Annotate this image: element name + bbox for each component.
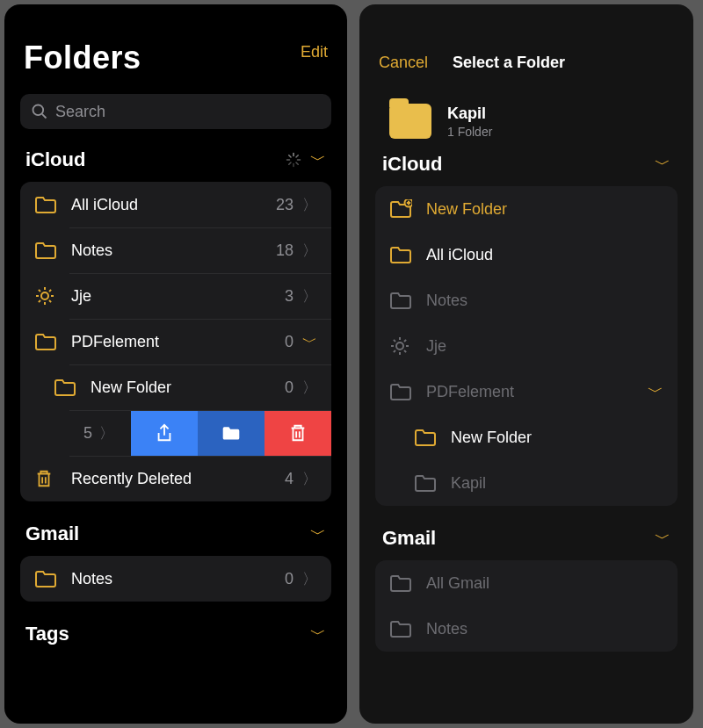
- dest-pdfelement[interactable]: PDFelement ﹀: [375, 369, 678, 414]
- chevron-right-icon: 〉: [302, 195, 317, 215]
- delete-button[interactable]: [265, 410, 331, 456]
- section-header-icloud[interactable]: iCloud ﹀: [359, 153, 693, 186]
- icloud-destination-list: New Folder All iCloud Notes Jje PDFeleme…: [375, 186, 678, 506]
- svg-line-8: [289, 162, 291, 164]
- modal-title: Select a Folder: [453, 54, 565, 72]
- gmail-folder-list: Notes 0 〉: [20, 556, 331, 602]
- gear-icon: [389, 335, 416, 357]
- chevron-right-icon: 〉: [302, 469, 317, 489]
- dest-all-icloud[interactable]: All iCloud: [375, 232, 678, 278]
- chevron-right-icon: 〉: [302, 378, 317, 398]
- move-button[interactable]: [198, 410, 265, 456]
- section-header-tags[interactable]: Tags ﹀: [4, 623, 347, 656]
- new-folder-button[interactable]: New Folder: [375, 186, 678, 232]
- search-placeholder: Search: [55, 103, 105, 121]
- folder-row-jje[interactable]: Jje 3 〉: [20, 273, 331, 319]
- chevron-down-icon: ﹀: [655, 528, 670, 549]
- folder-icon: [389, 573, 416, 593]
- folder-icon: [34, 241, 61, 260]
- folder-icon: [389, 104, 431, 139]
- gear-icon: [34, 285, 61, 306]
- chevron-down-icon: ﹀: [655, 154, 670, 175]
- share-button[interactable]: [131, 410, 198, 456]
- section-header-gmail[interactable]: Gmail ﹀: [4, 523, 347, 556]
- subject-subtitle: 1 Folder: [447, 125, 492, 139]
- folder-row-swiped[interactable]: 5 〉: [20, 410, 331, 456]
- gmail-destination-list: All Gmail Notes: [375, 560, 678, 652]
- folder-row-notes[interactable]: Notes 18 〉: [20, 227, 331, 273]
- swipe-actions: [131, 410, 331, 456]
- folder-row-recently-deleted[interactable]: Recently Deleted 4 〉: [20, 456, 331, 501]
- folders-pane: Edit Folders Search iCloud ﹀ All iCloud …: [4, 4, 347, 724]
- folder-icon: [34, 195, 61, 214]
- dest-new-folder[interactable]: New Folder: [375, 414, 678, 460]
- cancel-button[interactable]: Cancel: [379, 54, 428, 72]
- chevron-down-icon: ﹀: [302, 332, 317, 352]
- edit-button[interactable]: Edit: [301, 43, 328, 61]
- section-header-icloud[interactable]: iCloud ﹀: [4, 148, 347, 182]
- folder-icon: [414, 473, 440, 493]
- folder-icon: [389, 245, 416, 264]
- svg-line-9: [296, 155, 298, 157]
- folder-icon: [389, 291, 416, 310]
- subject-name: Kapil: [447, 105, 492, 123]
- folder-icon: [414, 428, 440, 447]
- icloud-folder-list: All iCloud 23 〉 Notes 18 〉 Jje 3 〉 PDFel…: [20, 182, 331, 501]
- page-title: Folders: [24, 40, 330, 76]
- chevron-right-icon: 〉: [302, 241, 317, 261]
- svg-line-7: [296, 162, 298, 164]
- dest-all-gmail: All Gmail: [375, 560, 678, 606]
- dest-gmail-notes: Notes: [375, 606, 678, 652]
- dest-jje: Jje: [375, 323, 678, 369]
- chevron-right-icon: 〉: [302, 286, 317, 306]
- chevron-right-icon: 〉: [302, 569, 317, 589]
- selected-folder-summary: Kapil 1 Folder: [359, 91, 693, 153]
- chevron-down-icon: ﹀: [648, 381, 663, 402]
- section-header-gmail[interactable]: Gmail ﹀: [359, 527, 693, 560]
- folder-icon: [34, 332, 61, 351]
- folder-row-all-icloud[interactable]: All iCloud 23 〉: [20, 182, 331, 227]
- search-icon: [31, 103, 48, 120]
- select-folder-pane: Cancel Select a Folder Kapil 1 Folder iC…: [359, 4, 693, 724]
- search-input[interactable]: Search: [20, 94, 331, 129]
- sync-spinner-icon: [286, 152, 301, 168]
- chevron-down-icon: ﹀: [310, 523, 326, 544]
- folder-row-pdfelement[interactable]: PDFelement 0 ﹀: [20, 319, 331, 364]
- folder-icon: [34, 569, 61, 588]
- chevron-right-icon: 〉: [99, 423, 114, 443]
- chevron-down-icon: ﹀: [310, 623, 326, 645]
- folder-icon: [54, 378, 80, 397]
- svg-line-6: [289, 155, 291, 157]
- folder-icon: [389, 619, 416, 638]
- trash-icon: [34, 468, 61, 489]
- folder-row-new-folder[interactable]: New Folder 0 〉: [20, 364, 331, 410]
- folder-icon: [389, 382, 416, 401]
- chevron-down-icon: ﹀: [310, 149, 326, 170]
- folder-row-gmail-notes[interactable]: Notes 0 〉: [20, 556, 331, 602]
- dest-kapil: Kapil: [375, 460, 678, 506]
- svg-point-1: [33, 105, 44, 116]
- folder-plus-icon: [389, 199, 416, 219]
- dest-notes: Notes: [375, 278, 678, 323]
